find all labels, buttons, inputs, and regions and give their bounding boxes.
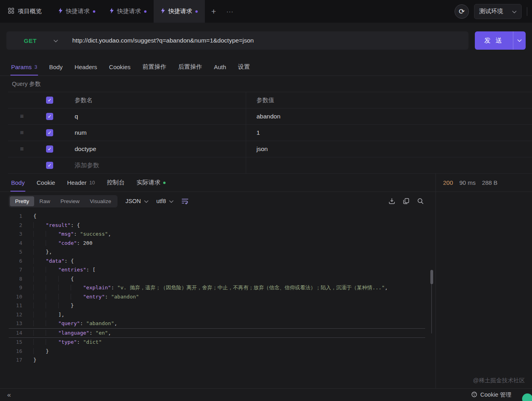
drag-handle[interactable]: ≡ <box>8 141 36 157</box>
code-line[interactable]: 6 "data": { <box>9 257 425 266</box>
tab-auth[interactable]: Auth <box>214 58 226 76</box>
tab-label: Headers <box>75 64 97 70</box>
tab-label: 前置操作 <box>143 63 166 71</box>
tab-headers[interactable]: Headers <box>75 58 97 76</box>
code-line[interactable]: 10 "entry": "abandon" <box>9 293 425 302</box>
code-line[interactable]: 3 "msg": "success", <box>9 230 425 239</box>
column-header-value: 参数值 <box>246 92 532 108</box>
url-group: GET <box>6 31 468 50</box>
param-value-field[interactable]: 1 <box>246 125 532 141</box>
topbar-right: ⟳ 测试环境 <box>455 0 532 23</box>
floating-helper-button[interactable] <box>522 393 532 401</box>
row-checkbox[interactable]: ✓ <box>46 129 53 136</box>
row-checkbox[interactable]: ✓ <box>46 113 53 120</box>
line-number: 9 <box>9 283 22 293</box>
scrollbar-thumb[interactable] <box>430 270 433 284</box>
request-tab-2[interactable]: 快捷请求 <box>102 0 154 23</box>
code-line[interactable]: 12 ], <box>9 310 425 320</box>
response-right-pane: 200 90 ms 288 B @稀土掘金技术社区 <box>436 174 532 388</box>
mode-pretty-button[interactable]: Pretty <box>10 196 34 206</box>
send-button-label: 发 送 <box>475 31 513 50</box>
code-line[interactable]: 7 "entries": [ <box>9 265 425 275</box>
tab-response-cookie[interactable]: Cookie <box>37 174 55 192</box>
param-name-field[interactable]: doctype <box>64 141 246 157</box>
view-mode-segmented-control: Pretty Raw Preview Visualize <box>9 195 118 207</box>
code-line[interactable]: 2 "result": { <box>9 221 425 230</box>
tab-settings[interactable]: 设置 <box>238 58 250 76</box>
sync-icon-button[interactable]: ⟳ <box>455 4 469 19</box>
line-number: 14 <box>9 329 22 338</box>
code-line[interactable]: 15 "type": "dict" <box>9 338 425 347</box>
tab-overflow-button[interactable]: ··· <box>222 0 237 23</box>
format-label: JSON <box>125 198 141 204</box>
mode-preview-button[interactable]: Preview <box>55 196 85 206</box>
send-button[interactable]: 发 送 <box>475 31 526 50</box>
line-number: 10 <box>9 293 22 302</box>
tab-console[interactable]: 控制台 <box>107 174 125 192</box>
response-body-viewer[interactable]: 1{2 "result": {3 "msg": "success",4 "cod… <box>0 210 436 388</box>
code-line[interactable]: 13 "query": "abandon", <box>9 319 425 328</box>
param-row: ≡ ✓ doctype json <box>8 141 532 157</box>
mode-raw-button[interactable]: Raw <box>34 196 55 206</box>
environment-select[interactable]: 测试环境 <box>474 4 522 19</box>
tab-actual-request[interactable]: 实际请求 <box>137 174 166 192</box>
drag-handle[interactable]: ≡ <box>8 108 36 124</box>
search-icon[interactable] <box>417 198 424 204</box>
project-overview-button[interactable]: 项目概览 <box>0 0 51 23</box>
tab-params[interactable]: Params 3 <box>11 58 37 76</box>
code-line[interactable]: 8 { <box>9 275 425 284</box>
format-select[interactable]: JSON <box>125 198 148 204</box>
footer-bar: « Cookie 管理 <box>0 388 532 401</box>
encoding-select[interactable]: utf8 <box>156 198 173 204</box>
select-all-checkbox[interactable]: ✓ <box>46 97 53 104</box>
code-line[interactable]: 5 }, <box>9 248 425 257</box>
request-tab-3-active[interactable]: 快捷请求 <box>154 0 205 23</box>
cookie-manager-label: Cookie 管理 <box>480 391 511 399</box>
column-header-name: 参数名 <box>64 92 246 108</box>
tab-response-body[interactable]: Body <box>11 174 25 192</box>
code-line[interactable]: 9 "explain": "v. 抛弃，遗弃；（因危险）离开，舍弃；中止，不再有… <box>9 283 425 293</box>
header-handle-cell <box>8 92 36 108</box>
method-select[interactable]: GET <box>6 31 66 50</box>
download-icon[interactable] <box>389 198 395 204</box>
unsaved-dot <box>195 10 198 13</box>
line-content: "data": { <box>33 257 425 266</box>
line-content: "language": "en", <box>33 329 425 338</box>
drag-handle[interactable]: ≡ <box>8 125 36 141</box>
param-value-field[interactable] <box>246 157 532 173</box>
tab-pre-operations[interactable]: 前置操作 <box>143 58 166 76</box>
tab-label: Body <box>49 64 63 70</box>
status-time: 90 ms <box>459 179 476 186</box>
param-add-row: ✓ 添加参数 <box>8 157 532 174</box>
code-line[interactable]: 17} <box>9 356 425 365</box>
code-line[interactable]: 1{ <box>9 212 425 221</box>
row-checkbox[interactable]: ✓ <box>46 145 53 153</box>
url-input[interactable] <box>66 31 468 50</box>
code-line[interactable]: 4 "code": 200 <box>9 239 425 248</box>
param-value-field[interactable]: json <box>246 141 532 157</box>
copy-icon[interactable] <box>403 198 409 204</box>
param-value-field[interactable]: abandon <box>246 108 532 124</box>
code-line[interactable]: 16 } <box>9 347 425 356</box>
bolt-icon <box>58 8 63 15</box>
unsaved-dot <box>93 10 95 13</box>
cookie-manager-button[interactable]: Cookie 管理 <box>471 391 525 399</box>
tab-post-operations[interactable]: 后置操作 <box>178 58 202 76</box>
code-line[interactable]: 11 } <box>9 301 425 310</box>
add-param-field[interactable]: 添加参数 <box>64 157 246 173</box>
collapse-sidebar-button[interactable]: « <box>7 391 11 399</box>
tab-label: Params <box>11 64 32 70</box>
word-wrap-icon[interactable] <box>181 198 189 204</box>
request-tab-1[interactable]: 快捷请求 <box>51 0 102 23</box>
param-name-field[interactable]: q <box>64 108 246 124</box>
tab-body[interactable]: Body <box>49 58 63 76</box>
send-dropdown-button[interactable] <box>513 31 526 50</box>
tab-response-header[interactable]: Header 10 <box>67 174 95 192</box>
row-checkbox[interactable]: ✓ <box>46 162 53 169</box>
tab-cookies[interactable]: Cookies <box>109 58 131 76</box>
chevron-down-icon <box>54 37 58 44</box>
param-name-field[interactable]: num <box>64 125 246 141</box>
mode-visualize-button[interactable]: Visualize <box>85 196 116 206</box>
new-tab-button[interactable]: + <box>205 0 222 23</box>
code-line-active[interactable]: 14 "language": "en", <box>9 328 425 338</box>
